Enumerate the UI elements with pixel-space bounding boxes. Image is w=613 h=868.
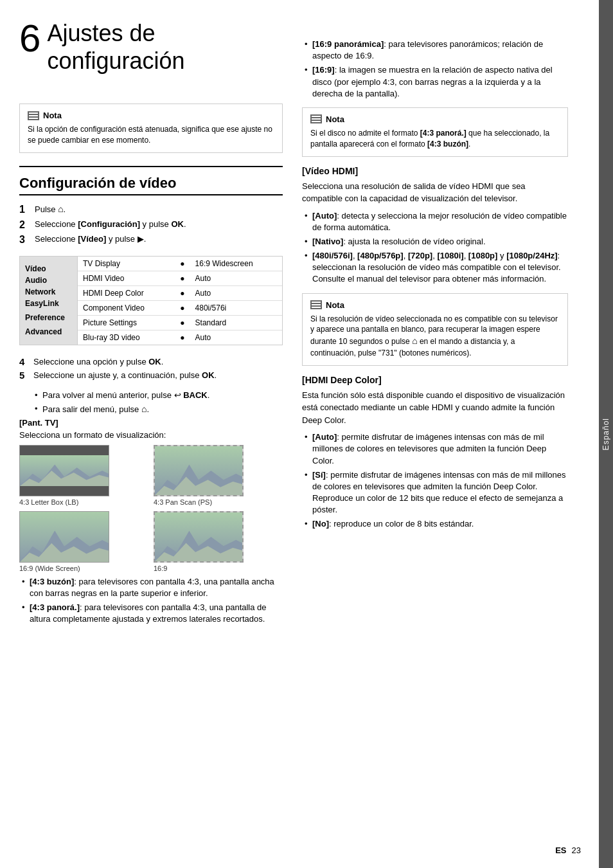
menu-right-value-deep: Auto bbox=[190, 285, 282, 300]
hdmi-video-title: [Vídeo HDMI] bbox=[302, 166, 568, 176]
main-content: 6 Ajustes de configuración Nota Si la op… bbox=[0, 0, 613, 868]
right-bullets-top: [16:9 panorámica]: para televisores pano… bbox=[302, 39, 568, 100]
step-4: 4 Seleccione una opción y pulse OK. bbox=[19, 356, 283, 368]
img-panscan bbox=[154, 445, 244, 496]
right-column: [16:9 panorámica]: para televisores pano… bbox=[296, 0, 594, 868]
note-box-1: Nota Si la opción de configuración está … bbox=[19, 104, 283, 153]
menu-table: Vídeo Audio Network EasyLink Preference … bbox=[19, 256, 283, 345]
menu-right-label-deep: HDMI Deep Color bbox=[78, 285, 175, 300]
note-icon-1 bbox=[28, 111, 39, 120]
img-lb-scene bbox=[20, 455, 109, 486]
menu-item-network: Network bbox=[25, 287, 72, 296]
menu-right-dot-tv: ● bbox=[175, 257, 190, 271]
right-bullet-panoramica: [16:9 panorámica]: para televisores pano… bbox=[302, 39, 568, 62]
sub-step-home: Para salir del menú, pulse ⌂. bbox=[32, 403, 283, 416]
page-number-area: ES 23 bbox=[555, 845, 581, 855]
menu-right-row-tv: TV Display ● 16:9 Widescreen bbox=[78, 257, 282, 271]
img-ps-scene bbox=[155, 446, 242, 495]
chapter-title: Ajustes de configuración bbox=[19, 19, 283, 75]
step-5: 5 Seleccione un ajuste y, a continuación… bbox=[19, 369, 283, 382]
image-cell-lb: 4:3 Letter Box (LB) bbox=[19, 445, 148, 506]
image-cell-16: 16:9 bbox=[154, 511, 283, 572]
side-tab-text: Español bbox=[601, 418, 610, 450]
video-section-title: Configuración de vídeo bbox=[19, 175, 283, 195]
menu-right-label-tv: TV Display bbox=[78, 257, 175, 271]
chapter-number: 6 bbox=[19, 19, 40, 58]
menu-right-value-bluray: Auto bbox=[190, 330, 282, 345]
note-icon-2 bbox=[310, 114, 322, 123]
menu-right-value-picture: Standard bbox=[190, 315, 282, 330]
menu-row-video: Vídeo Audio Network EasyLink Preference … bbox=[20, 256, 283, 345]
menu-right-row-hdmi: HDMI Video ● Auto bbox=[78, 271, 282, 285]
menu-right-value-tv: 16:9 Widescreen bbox=[190, 257, 282, 271]
menu-left-column: Vídeo Audio Network EasyLink Preference … bbox=[20, 256, 78, 345]
menu-right-value-component: 480i/576i bbox=[190, 300, 282, 315]
note-text-1: Si la opción de configuración está atenu… bbox=[28, 124, 274, 146]
hdmi-video-bullets: [Auto]: detecta y selecciona la mejor re… bbox=[302, 210, 568, 285]
hdmi-deep-title: [HDMI Deep Color] bbox=[302, 375, 568, 385]
menu-right-table: TV Display ● 16:9 Widescreen HDMI Video … bbox=[78, 257, 282, 345]
side-tab: Español bbox=[599, 0, 613, 868]
menu-right-row-bluray: Blu-ray 3D video ● Auto bbox=[78, 330, 282, 345]
image-cell-ps: 4:3 Pan Scan (PS) bbox=[154, 445, 283, 506]
menu-right-dot-bluray: ● bbox=[175, 330, 190, 345]
menu-right-label-bluray: Blu-ray 3D video bbox=[78, 330, 175, 345]
note-label-1: Nota bbox=[43, 111, 62, 120]
note-label-3: Nota bbox=[326, 300, 344, 310]
pant-tv-title: [Pant. TV] bbox=[19, 418, 283, 428]
note-text-2: Si el disco no admite el formato [4:3 pa… bbox=[310, 128, 560, 150]
img-widescreen bbox=[19, 511, 109, 563]
chapter-title-wrapper: 6 Ajustes de configuración bbox=[19, 19, 283, 87]
right-bullet-16-9: [16:9]: la imagen se muestra en la relac… bbox=[302, 64, 568, 100]
menu-right-label-picture: Picture Settings bbox=[78, 315, 175, 330]
left-column: 6 Ajustes de configuración Nota Si la op… bbox=[0, 0, 296, 868]
menu-right-dot-picture: ● bbox=[175, 315, 190, 330]
note-box-2: Nota Si el disco no admite el formato [4… bbox=[302, 107, 568, 157]
note-header-1: Nota bbox=[28, 111, 274, 120]
step-2: 2 Seleccione [Configuración] y pulse OK. bbox=[19, 219, 283, 231]
hdmi-bullet-nativo: [Nativo]: ajusta la resolución de vídeo … bbox=[302, 236, 568, 248]
pant-bullet-2: [4:3 panorá.]: para televisores con pant… bbox=[19, 602, 283, 625]
img-16-9 bbox=[154, 511, 244, 563]
hdmi-bullet-auto: [Auto]: detecta y selecciona la mejor re… bbox=[302, 210, 568, 233]
menu-right-dot-deep: ● bbox=[175, 285, 190, 300]
img-16-caption: 16:9 bbox=[154, 565, 167, 572]
steps-list-1: 1 Pulse ⌂. 2 Seleccione [Configuración] … bbox=[19, 203, 283, 246]
img-letterbox bbox=[19, 445, 109, 496]
hdmi-deep-bullets: [Auto]: permite disfrutar de imágenes in… bbox=[302, 431, 568, 530]
menu-right-column: TV Display ● 16:9 Widescreen HDMI Video … bbox=[78, 256, 283, 345]
hdmi-deep-intro: Esta función sólo está disponible cuando… bbox=[302, 389, 568, 427]
es-label: ES bbox=[555, 845, 566, 855]
pant-tv-subtitle: Selecciona un formato de visualización: bbox=[19, 430, 283, 440]
step-1: 1 Pulse ⌂. bbox=[19, 203, 283, 216]
menu-item-advanced: Advanced bbox=[25, 327, 72, 336]
menu-item-easylink: EasyLink bbox=[25, 299, 72, 308]
note-box-3: Nota Si la resolución de vídeo seleccion… bbox=[302, 293, 568, 366]
img-ws-caption: 16:9 (Wide Screen) bbox=[19, 565, 80, 572]
img-16-scene bbox=[155, 512, 242, 561]
menu-right-label-hdmi: HDMI Video bbox=[78, 271, 175, 285]
numbered-steps-4-5: 4 Seleccione una opción y pulse OK. 5 Se… bbox=[19, 356, 283, 382]
menu-right-row-deep: HDMI Deep Color ● Auto bbox=[78, 285, 282, 300]
menu-right-dot-component: ● bbox=[175, 300, 190, 315]
note-text-3: Si la resolución de vídeo seleccionada n… bbox=[310, 314, 560, 359]
menu-item-preference: Preference bbox=[25, 313, 72, 322]
sub-step-back: Para volver al menú anterior, pulse ↩ BA… bbox=[32, 390, 283, 401]
pant-bullet-1: [4:3 buzón]: para televisores con pantal… bbox=[19, 576, 283, 599]
img-lb-caption: 4:3 Letter Box (LB) bbox=[19, 498, 78, 506]
menu-right-label-component: Component Video bbox=[78, 300, 175, 315]
note-label-2: Nota bbox=[326, 114, 344, 124]
pant-tv-section: [Pant. TV] Selecciona un formato de visu… bbox=[19, 418, 283, 626]
menu-right-value-hdmi: Auto bbox=[190, 271, 282, 285]
hdmi-bullet-resolutions: [480i/576i], [480p/576p], [720p], [1080i… bbox=[302, 250, 568, 285]
hdmi-deep-auto: [Auto]: permite disfrutar de imágenes in… bbox=[302, 431, 568, 467]
note-icon-3 bbox=[310, 300, 322, 309]
note-header-3: Nota bbox=[310, 300, 560, 310]
section-divider bbox=[19, 166, 283, 167]
page-number: 23 bbox=[572, 845, 581, 855]
hdmi-video-intro: Selecciona una resolución de salida de v… bbox=[302, 180, 568, 205]
hdmi-deep-no: [No]: reproduce un color de 8 bits están… bbox=[302, 518, 568, 530]
menu-right-dot-hdmi: ● bbox=[175, 271, 190, 285]
step-3: 3 Seleccione [Vídeo] y pulse ▶. bbox=[19, 233, 283, 246]
image-grid: 4:3 Letter Box (LB) 4:3 Pan Scan (PS) bbox=[19, 445, 283, 572]
